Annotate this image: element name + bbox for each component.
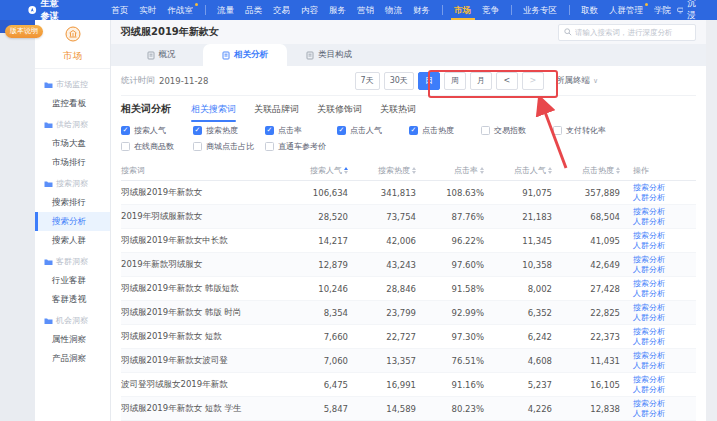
nav-item[interactable]: 首页 [106, 0, 134, 20]
nav-item[interactable]: 财务 [408, 0, 436, 20]
subtab[interactable]: 关联热词 [380, 96, 416, 122]
search-analysis-link[interactable]: 搜索分析 [633, 231, 696, 241]
nav-item[interactable]: 品类 [240, 0, 268, 20]
crowd-analysis-link[interactable]: 人群分析 [633, 217, 696, 227]
brand[interactable]: 生意参谋 [28, 0, 66, 23]
metric-checkbox[interactable]: 交易指数 [481, 125, 553, 136]
nav-item[interactable]: 取数 [576, 0, 604, 20]
nav-right[interactable]: 沉浸 [677, 0, 704, 22]
click-heat-cell: 68,504 [552, 212, 620, 222]
sidebar-item[interactable]: 搜索人群 [35, 231, 110, 250]
sidebar-item[interactable]: 机会洞察 [35, 311, 110, 330]
date-range-button[interactable]: 周 [444, 72, 466, 90]
search-analysis-link[interactable]: 搜索分析 [633, 375, 696, 385]
sidebar-item[interactable]: 市场排行 [35, 153, 110, 172]
sidebar-item[interactable]: 市场大盘 [35, 134, 110, 153]
search-analysis-link[interactable]: 搜索分析 [633, 255, 696, 265]
crowd-analysis-link[interactable]: 人群分析 [633, 313, 696, 323]
search-analysis-link[interactable]: 搜索分析 [633, 279, 696, 289]
main-tab[interactable]: 类目构成 [287, 44, 371, 66]
subtab[interactable]: 相关搜索词 [191, 96, 236, 122]
column-header[interactable]: 点击热度 [552, 165, 620, 176]
metric-checkbox[interactable]: 在线商品数 [121, 141, 193, 152]
nav-item[interactable]: 物流 [380, 0, 408, 20]
search-analysis-link[interactable]: 搜索分析 [633, 351, 696, 361]
crowd-analysis-link[interactable]: 人群分析 [633, 289, 696, 299]
search-input[interactable] [575, 28, 690, 37]
nav-item[interactable]: 实时 [134, 0, 162, 20]
sidebar-item[interactable]: 客群透视 [35, 290, 110, 309]
metric-checkbox[interactable]: 搜索人气 [121, 125, 193, 136]
sidebar-item[interactable]: 客群洞察 [35, 252, 110, 271]
nav-item[interactable]: 服务 [324, 0, 352, 20]
sidebar-item[interactable]: 搜索分析 [35, 212, 110, 231]
nav-item[interactable]: 流量 [212, 0, 240, 20]
nav-item[interactable]: 市场 [449, 0, 477, 20]
crowd-analysis-link[interactable]: 人群分析 [633, 337, 696, 347]
subtab[interactable]: 关联修饰词 [317, 96, 362, 122]
metric-checkbox[interactable]: 直通车参考价 [265, 141, 337, 152]
date-range-button[interactable]: > [522, 72, 544, 90]
crowd-analysis-link[interactable]: 人群分析 [633, 409, 696, 419]
search-analysis-link[interactable]: 搜索分析 [633, 327, 696, 337]
keyword-cell: 羽绒服2019年新款女波司登 [121, 355, 280, 367]
metric-checkbox[interactable]: 点击率 [265, 125, 337, 136]
version-notes-badge[interactable]: 版本说明 [5, 25, 43, 38]
date-range-button[interactable]: 月 [470, 72, 492, 90]
crowd-analysis-link[interactable]: 人群分析 [633, 241, 696, 251]
column-header[interactable]: 操作 [620, 165, 696, 176]
main-tab[interactable]: 相关分析 [203, 44, 287, 66]
nav-item[interactable]: 内容 [296, 0, 324, 20]
crowd-analysis-link[interactable]: 人群分析 [633, 193, 696, 203]
nav-item[interactable]: 竞争 [477, 0, 505, 20]
nav-item[interactable]: 业务专区 [518, 0, 563, 20]
metric-checkbox[interactable]: 搜索热度 [193, 125, 265, 136]
nav-item[interactable] [205, 5, 206, 15]
sidebar-item[interactable]: 属性洞察 [35, 330, 110, 349]
column-header[interactable]: 搜索热度 [348, 165, 416, 176]
nav-item[interactable]: 交易 [268, 0, 296, 20]
sidebar-item[interactable]: 行业客群 [35, 271, 110, 290]
column-header[interactable]: 点击人气 [484, 165, 552, 176]
terminal-dropdown[interactable]: 所属终端 ∨ [556, 75, 598, 87]
date-range-button[interactable]: 30天 [384, 72, 414, 90]
nav-item[interactable]: 营销 [352, 0, 380, 20]
column-header[interactable]: 搜索人气 [280, 165, 348, 176]
search-analysis-link[interactable]: 搜索分析 [633, 207, 696, 217]
sidebar-item[interactable]: 搜索洞察 [35, 174, 110, 193]
date-range-button[interactable]: < [496, 72, 518, 90]
column-header[interactable]: 点击率 [416, 165, 484, 176]
date-range-button[interactable]: 7天 [355, 72, 380, 90]
metric-checkbox[interactable]: 支付转化率 [553, 125, 625, 136]
nav-item[interactable] [442, 5, 443, 15]
crowd-analysis-link[interactable]: 人群分析 [633, 385, 696, 395]
column-header[interactable]: 搜索词 [121, 165, 280, 176]
search-analysis-link[interactable]: 搜索分析 [633, 183, 696, 193]
metric-checkbox[interactable]: 点击人气 [337, 125, 409, 136]
scrollbar-track[interactable] [706, 20, 717, 421]
nav-item[interactable]: 学院 [649, 0, 677, 20]
sidebar-item[interactable]: 监控看板 [35, 94, 110, 113]
nav-item[interactable] [569, 5, 570, 15]
crowd-analysis-link[interactable]: 人群分析 [633, 361, 696, 371]
search-analysis-link[interactable]: 搜索分析 [633, 399, 696, 409]
sidebar-item[interactable]: 产品洞察 [35, 349, 110, 368]
sidebar-item[interactable]: 供给洞察 [35, 115, 110, 134]
click-pop-cell: 5,237 [484, 380, 552, 390]
sidebar-item[interactable]: 市场监控 [35, 75, 110, 94]
keywords-table: 搜索词 搜索人气 搜索热度 点击率 点击人气 [121, 161, 696, 421]
metric-checkboxes: 搜索人气搜索热度点击率点击人气点击热度交易指数支付转化率 在线商品数商城点击占比… [121, 125, 696, 157]
nav-item[interactable] [511, 5, 512, 15]
date-range-button[interactable]: 日 [418, 72, 440, 90]
nav-item[interactable]: 作战室 [162, 0, 199, 20]
nav-item[interactable]: 人群管理 [604, 0, 649, 20]
actions-cell: 搜索分析 人群分析 [620, 375, 696, 394]
main-tab[interactable]: 概况 [119, 44, 203, 66]
metric-checkbox[interactable]: 点击热度 [409, 125, 481, 136]
search-analysis-link[interactable]: 搜索分析 [633, 303, 696, 313]
subtab[interactable]: 关联品牌词 [254, 96, 299, 122]
crowd-analysis-link[interactable]: 人群分析 [633, 265, 696, 275]
search-box[interactable] [558, 24, 696, 41]
metric-checkbox[interactable]: 商城点击占比 [193, 141, 265, 152]
sidebar-item[interactable]: 搜索排行 [35, 193, 110, 212]
